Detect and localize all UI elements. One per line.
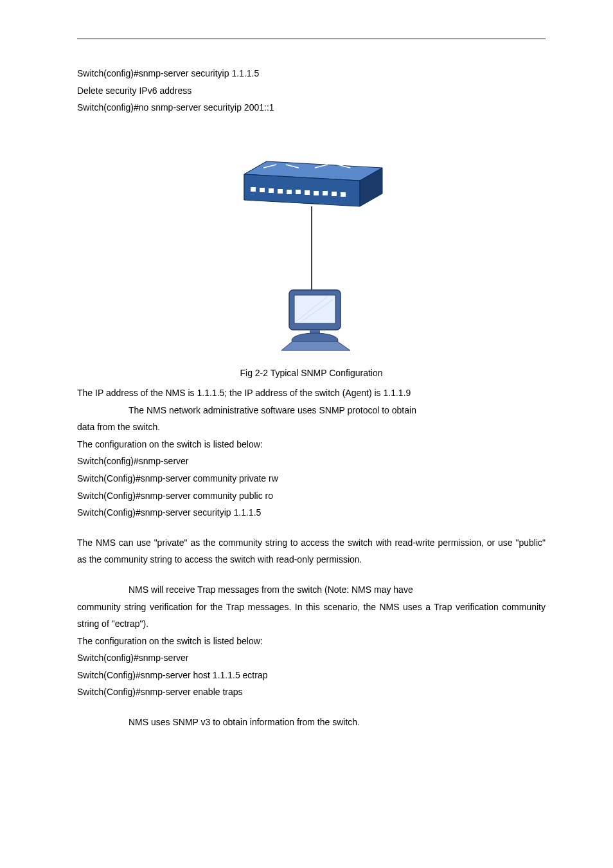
svg-rect-8 [287, 190, 292, 194]
network-diagram-icon [231, 149, 392, 354]
body-text: The IP address of the NMS is 1.1.1.5; th… [77, 384, 546, 402]
figure-caption: Fig 2-2 Typical SNMP Configuration [77, 365, 546, 382]
config-line: Switch(Config)#snmp-server enable traps [77, 683, 546, 701]
config-line: Switch(config)#snmp-server [77, 453, 546, 470]
body-text: The NMS network administrative software … [77, 402, 546, 419]
svg-rect-17 [294, 295, 335, 323]
body-text: NMS uses SNMP v3 to obtain information f… [77, 714, 546, 731]
body-text-lead: NMS uses SNMP v3 to obtain information f… [77, 717, 360, 727]
config-line: Switch(config)#snmp-server [77, 649, 546, 667]
body-text: community string verification for the Tr… [77, 599, 546, 633]
body-text: NMS will receive Trap messages from the … [77, 581, 546, 599]
config-line: Switch(Config)#snmp-server securityip 1.… [77, 504, 546, 521]
svg-rect-10 [305, 190, 310, 195]
config-line: Switch(config)#no snmp-server securityip… [77, 99, 546, 116]
config-intro: The configuration on the switch is liste… [77, 633, 546, 650]
svg-rect-14 [341, 192, 346, 197]
body-text: The NMS can use "private" as the communi… [77, 534, 546, 568]
config-intro: The configuration on the switch is liste… [77, 436, 546, 453]
svg-rect-11 [314, 191, 319, 195]
config-line: Switch(Config)#snmp-server community pub… [77, 487, 546, 505]
svg-rect-13 [332, 192, 337, 196]
svg-rect-4 [251, 187, 256, 192]
body-text-lead: NMS will receive Trap messages from the … [77, 584, 413, 595]
body-text-lead: The NMS network administrative software … [77, 405, 416, 415]
config-line: Switch(Config)#snmp-server community pri… [77, 470, 546, 487]
config-line: Delete security IPv6 address [77, 82, 546, 100]
svg-rect-12 [323, 191, 328, 195]
svg-rect-9 [296, 190, 301, 194]
config-line: Switch(Config)#snmp-server host 1.1.1.5 … [77, 667, 546, 684]
svg-rect-5 [260, 188, 265, 192]
horizontal-rule [77, 39, 546, 39]
body-text: data from the switch. [77, 419, 546, 436]
config-line: Switch(config)#snmp-server securityip 1.… [77, 65, 546, 82]
svg-rect-7 [278, 189, 283, 194]
diagram-figure [77, 149, 546, 360]
svg-marker-20 [281, 341, 350, 350]
svg-rect-6 [269, 188, 274, 193]
